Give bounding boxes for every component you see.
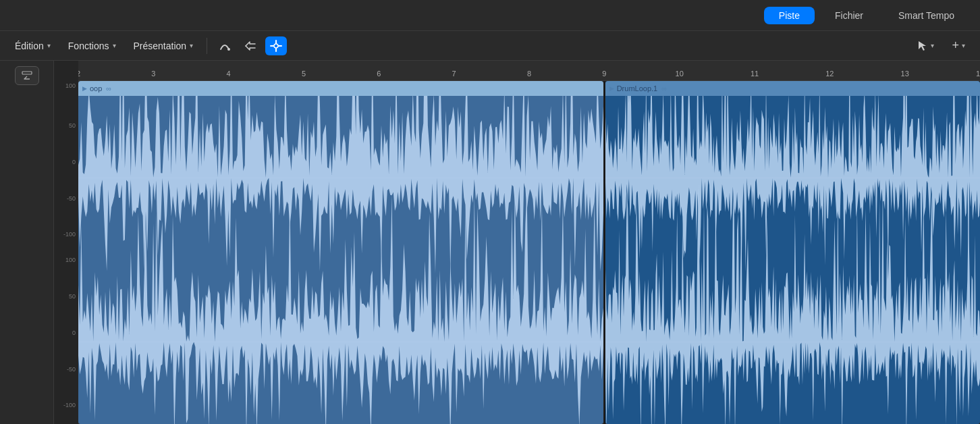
ruler-marker-7: 7 — [452, 70, 456, 78]
edition-chevron-icon: ▾ — [47, 42, 51, 49]
fichier-button[interactable]: Fichier — [820, 7, 878, 24]
presentation-chevron-icon: ▾ — [190, 42, 193, 49]
piste-button[interactable]: Piste — [764, 7, 815, 24]
curve-tool-button[interactable] — [214, 36, 236, 55]
ruler-marker-12: 12 — [825, 70, 834, 78]
y-label-0-top: 0 — [72, 159, 76, 165]
add-chevron-icon: ▾ — [962, 42, 965, 49]
presentation-label: Présentation — [134, 41, 187, 51]
y-label-0-bottom: 0 — [72, 329, 76, 336]
ruler-marker-10: 10 — [676, 70, 684, 78]
y-label-100-bottom: 100 — [65, 257, 76, 263]
region-region2[interactable]: ▶DrumLoop.1∞ — [605, 81, 980, 424]
snap-tool-button[interactable] — [265, 36, 287, 55]
add-icon: + — [952, 38, 959, 53]
waveform-svg-region2 — [605, 96, 980, 424]
ruler: 234567891011121314 — [78, 61, 980, 81]
add-button[interactable]: + ▾ — [945, 36, 972, 55]
ruler-marker-5: 5 — [302, 70, 306, 78]
svg-point-0 — [227, 48, 230, 51]
ruler-marker-3: 3 — [151, 70, 155, 78]
curve-icon — [219, 40, 231, 52]
top-bar: Piste Fichier Smart Tempo — [0, 0, 980, 31]
region-header-region2: ▶DrumLoop.1∞ — [605, 81, 980, 96]
tracks-container[interactable]: ▶oop∞▶DrumLoop.1∞ — [78, 81, 980, 424]
y-label-minus50-top: -50 — [67, 195, 76, 202]
region-play-icon: ▶ — [82, 85, 87, 92]
timeline-area: 234567891011121314 ▶oop∞▶DrumLoop.1∞ — [78, 61, 980, 424]
ruler-marker-2: 2 — [78, 70, 80, 78]
cursor-icon — [917, 41, 928, 51]
toolbar-separator-1 — [207, 38, 207, 54]
y-label-minus100-top: -100 — [63, 231, 76, 238]
ruler-marker-6: 6 — [377, 70, 381, 78]
y-label-50-bottom: 50 — [69, 293, 76, 300]
svg-rect-7 — [22, 72, 32, 74]
ruler-marker-4: 4 — [227, 70, 231, 78]
cursor-chevron-icon: ▾ — [931, 42, 934, 49]
region-region1[interactable]: ▶oop∞ — [78, 81, 603, 424]
main-area: 100 50 0 -50 -100 100 50 0 -50 -100 2345… — [0, 61, 980, 424]
fonctions-menu[interactable]: Fonctions ▾ — [61, 38, 123, 54]
svg-point-5 — [274, 44, 278, 48]
toolbar-right: ▾ + ▾ — [910, 36, 972, 55]
ruler-marker-11: 11 — [751, 70, 759, 78]
edition-menu[interactable]: Édition ▾ — [8, 38, 57, 54]
snap-icon — [270, 40, 282, 52]
fonctions-label: Fonctions — [68, 41, 109, 51]
region-loop-icon: ∞ — [661, 84, 667, 92]
y-label-50-top: 50 — [69, 122, 76, 129]
cursor-tool-button[interactable]: ▾ — [910, 38, 941, 54]
collapse-icon — [22, 71, 32, 80]
presentation-menu[interactable]: Présentation ▾ — [127, 38, 200, 54]
y-label-minus100-bottom: -100 — [63, 402, 76, 408]
toolbar: Édition ▾ Fonctions ▾ Présentation ▾ — [0, 31, 980, 61]
region-label: DrumLoop.1 — [617, 84, 658, 92]
y-axis: 100 50 0 -50 -100 100 50 0 -50 -100 — [54, 61, 78, 424]
loop-tool-button[interactable] — [240, 36, 261, 55]
collapse-button[interactable] — [15, 66, 39, 85]
y-label-100-top: 100 — [65, 82, 76, 89]
waveform-svg-region1 — [78, 96, 603, 424]
sidebar — [0, 61, 54, 424]
ruler-marker-8: 8 — [527, 70, 531, 78]
fonctions-chevron-icon: ▾ — [113, 42, 116, 49]
playhead — [604, 81, 605, 424]
ruler-marker-14: 14 — [976, 70, 980, 78]
svg-marker-6 — [919, 41, 926, 51]
edition-label: Édition — [15, 41, 44, 51]
smart-tempo-button[interactable]: Smart Tempo — [883, 7, 969, 24]
region-loop-icon: ∞ — [106, 84, 111, 92]
region-play-icon: ▶ — [609, 85, 614, 92]
region-label: oop — [90, 84, 102, 92]
y-label-minus50-bottom: -50 — [67, 366, 76, 373]
region-header-region1: ▶oop∞ — [78, 81, 603, 96]
ruler-marker-9: 9 — [602, 70, 606, 78]
ruler-marker-13: 13 — [901, 70, 909, 78]
loop-icon — [244, 40, 256, 52]
